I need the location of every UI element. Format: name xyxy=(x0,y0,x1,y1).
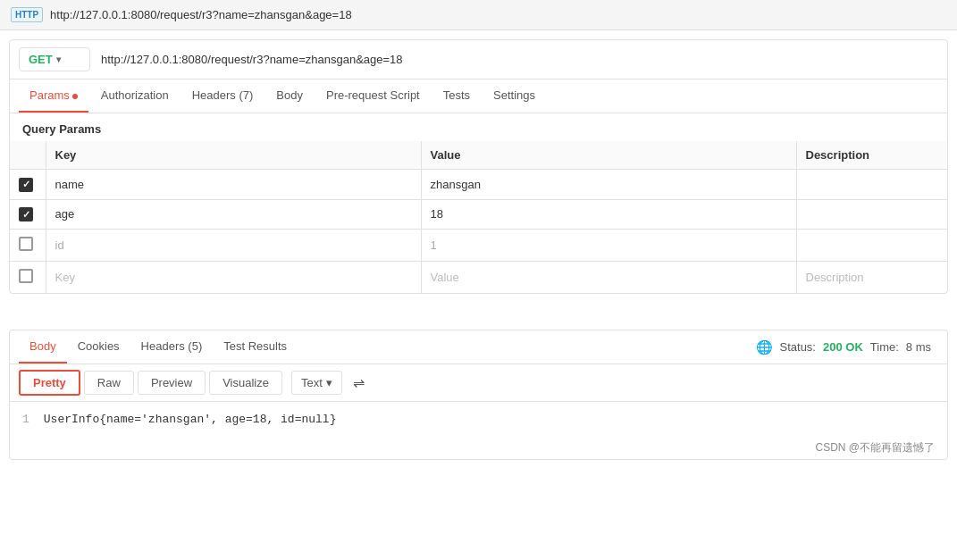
row2-checkbox[interactable] xyxy=(19,207,33,221)
row1-key[interactable]: name xyxy=(46,170,421,200)
address-url: http://127.0.0.1:8080/request/r3?name=zh… xyxy=(50,8,352,21)
query-params-title: Query Params xyxy=(10,113,947,141)
row2-checkbox-cell[interactable] xyxy=(10,199,46,230)
method-chevron-icon: ▾ xyxy=(56,54,61,64)
row4-key[interactable]: Key xyxy=(46,262,421,294)
format-visualize-button[interactable]: Visualize xyxy=(209,371,282,395)
row1-value[interactable]: zhansgan xyxy=(421,170,796,200)
col-header-description: Description xyxy=(796,141,947,170)
table-row-placeholder: Key Value Description xyxy=(10,262,947,294)
params-dot xyxy=(72,94,78,99)
format-pretty-button[interactable]: Pretty xyxy=(19,370,80,396)
row1-checkbox-cell[interactable] xyxy=(10,170,46,200)
row3-key[interactable]: id xyxy=(46,230,421,262)
response-toolbar: Pretty Raw Preview Visualize Text ▾ ⇌ xyxy=(10,364,947,402)
tab-body[interactable]: Body xyxy=(265,79,314,113)
status-label: Status: xyxy=(780,340,816,354)
globe-icon: 🌐 xyxy=(756,339,773,355)
table-row: age 18 xyxy=(10,199,947,230)
col-header-value: Value xyxy=(421,141,796,170)
response-status: 🌐 Status: 200 OK Time: 8 ms xyxy=(756,339,938,355)
table-row: name zhansgan xyxy=(10,170,947,200)
row2-value[interactable]: 18 xyxy=(421,199,796,230)
url-bar: GET ▾ xyxy=(10,40,947,79)
format-raw-button[interactable]: Raw xyxy=(84,371,134,395)
response-tabs: Body Cookies Headers (5) Test Results 🌐 … xyxy=(10,330,947,364)
row4-checkbox-cell[interactable] xyxy=(10,262,46,294)
row2-key[interactable]: age xyxy=(46,199,421,230)
text-type-label: Text xyxy=(301,376,323,389)
row4-value[interactable]: Value xyxy=(421,262,796,294)
method-label: GET xyxy=(29,53,53,66)
text-type-dropdown[interactable]: Text ▾ xyxy=(291,371,342,395)
response-section: Body Cookies Headers (5) Test Results 🌐 … xyxy=(9,330,948,460)
response-tab-cookies[interactable]: Cookies xyxy=(67,330,130,364)
row1-checkbox[interactable] xyxy=(19,178,33,192)
request-tabs: Params Authorization Headers (7) Body Pr… xyxy=(10,79,947,113)
row2-description[interactable] xyxy=(796,199,947,230)
row1-description[interactable] xyxy=(796,170,947,200)
line-number: 1 xyxy=(22,413,29,426)
http-badge: HTTP xyxy=(11,7,43,22)
tab-headers[interactable]: Headers (7) xyxy=(181,79,264,113)
status-value: 200 OK xyxy=(823,340,863,354)
spacer xyxy=(0,303,957,321)
tab-settings[interactable]: Settings xyxy=(483,79,546,113)
response-tab-test-results[interactable]: Test Results xyxy=(213,330,298,364)
request-container: GET ▾ Params Authorization Headers (7) B… xyxy=(9,39,948,294)
col-header-checkbox xyxy=(10,141,46,170)
response-tab-body[interactable]: Body xyxy=(19,330,67,364)
response-tab-headers[interactable]: Headers (5) xyxy=(130,330,214,364)
time-value: 8 ms xyxy=(906,340,931,354)
tab-pre-request[interactable]: Pre-request Script xyxy=(315,79,431,113)
table-row: id 1 xyxy=(10,230,947,262)
time-label: Time: xyxy=(870,340,899,354)
format-preview-button[interactable]: Preview xyxy=(138,371,206,395)
tab-tests[interactable]: Tests xyxy=(432,79,481,113)
wrap-icon[interactable]: ⇌ xyxy=(353,374,365,391)
response-code: UserInfo{name='zhansgan', age=18, id=nul… xyxy=(44,413,337,426)
row3-checkbox-cell[interactable] xyxy=(10,230,46,262)
row3-description[interactable] xyxy=(796,230,947,262)
row4-checkbox[interactable] xyxy=(19,269,33,283)
text-dropdown-chevron-icon: ▾ xyxy=(326,376,332,389)
address-bar: HTTP http://127.0.0.1:8080/request/r3?na… xyxy=(0,0,957,30)
method-select[interactable]: GET ▾ xyxy=(19,47,90,71)
col-header-key: Key xyxy=(46,141,421,170)
tab-authorization[interactable]: Authorization xyxy=(90,79,180,113)
url-input[interactable] xyxy=(97,49,938,70)
row3-value[interactable]: 1 xyxy=(421,230,796,262)
tab-params[interactable]: Params xyxy=(19,79,88,113)
params-table: Key Value Description name zhansgan age xyxy=(10,141,947,293)
row3-checkbox[interactable] xyxy=(19,237,33,251)
response-body: 1 UserInfo{name='zhansgan', age=18, id=n… xyxy=(10,402,947,437)
watermark: CSDN @不能再留遗憾了 xyxy=(10,437,947,459)
row4-description[interactable]: Description xyxy=(796,262,947,294)
